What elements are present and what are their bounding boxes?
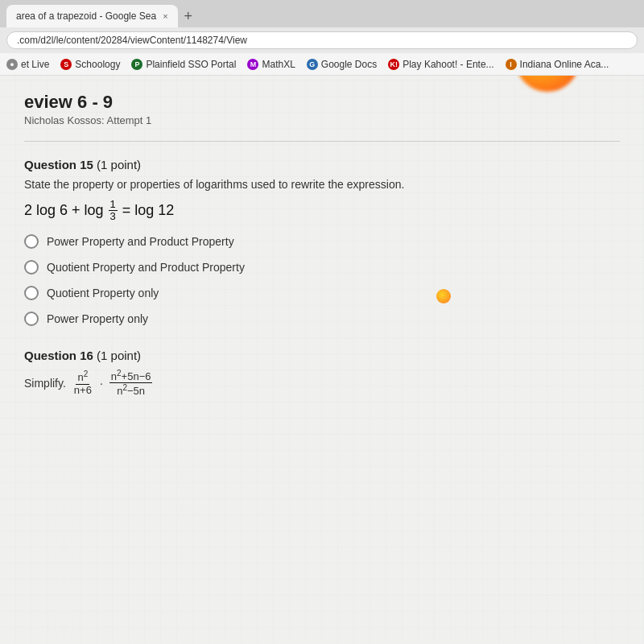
- content-inner: eview 6 - 9 Nicholas Kossos: Attempt 1 Q…: [0, 76, 644, 436]
- bookmark-mathxl[interactable]: M MathXL: [247, 59, 295, 70]
- address-bar[interactable]: .com/d2l/le/content/20284/viewContent/11…: [6, 31, 638, 49]
- math-expression-q15: 2 log 6 + log 1 3 = log 12: [24, 199, 620, 223]
- etlive-icon: ●: [6, 59, 18, 70]
- question-16-header: Question 16 (1 point): [24, 349, 620, 362]
- option-2-label: Quotient Property and Product Property: [47, 261, 245, 274]
- divider: [24, 141, 620, 142]
- q16-exp3: 2: [122, 383, 127, 392]
- bookmark-etlive-label: et Live: [21, 59, 49, 70]
- fraction-numerator: 1: [109, 199, 118, 211]
- option-2[interactable]: Quotient Property and Product Property: [24, 260, 620, 275]
- bookmark-schoology-label: Schoology: [75, 59, 120, 70]
- question-16-block: Question 16 (1 point) Simplify. n2 n+6 ·…: [24, 349, 620, 398]
- question-16-number: Question 16: [24, 349, 93, 362]
- q16-fraction2: n2+5n−6 n2−5n: [109, 369, 153, 398]
- option-1[interactable]: Power Property and Product Property: [24, 234, 620, 249]
- q16-math: Simplify. n2 n+6 · n2+5n−6 n2−5n: [24, 369, 620, 398]
- kahoot-icon: K!: [388, 59, 399, 70]
- address-text: .com/d2l/le/content/20284/viewContent/11…: [17, 35, 247, 46]
- question-15-text: State the property or properties of loga…: [24, 178, 620, 191]
- new-tab-button[interactable]: +: [184, 9, 193, 23]
- tab-close-button[interactable]: ×: [163, 11, 167, 21]
- option-1-label: Power Property and Product Property: [47, 235, 234, 248]
- tab-label: area of a trapezoid - Google Sea: [16, 10, 156, 22]
- page-content: eview 6 - 9 Nicholas Kossos: Attempt 1 Q…: [0, 76, 644, 643]
- q16-fraction1: n2 n+6: [72, 369, 93, 396]
- bookmark-kahoot-label: Play Kahoot! - Ente...: [402, 59, 493, 70]
- q16-f2-num: n2+5n−6: [109, 369, 153, 384]
- bookmark-indiana-label: Indiana Online Aca...: [520, 59, 609, 70]
- option-3-label: Quotient Property only: [47, 287, 159, 299]
- bookmark-googledocs[interactable]: G Google Docs: [307, 59, 377, 70]
- bookmark-mathxl-label: MathXL: [262, 59, 295, 70]
- math-part2: = log 12: [122, 202, 175, 219]
- radio-2[interactable]: [24, 260, 39, 275]
- q16-exp2: 2: [117, 369, 122, 378]
- schoology-icon: S: [60, 59, 72, 70]
- page-title: eview 6 - 9: [24, 92, 620, 113]
- option-4[interactable]: Power Property only: [24, 312, 620, 326]
- radio-3[interactable]: [24, 286, 39, 300]
- bookmark-kahoot[interactable]: K! Play Kahoot! - Ente...: [388, 59, 493, 70]
- bookmark-plainfield[interactable]: P Plainfield SSO Portal: [131, 59, 236, 70]
- tab-bar: area of a trapezoid - Google Sea × +: [0, 0, 644, 27]
- radio-4[interactable]: [24, 312, 39, 326]
- question-15-points: (1 point): [97, 158, 141, 171]
- plainfield-icon: P: [131, 59, 142, 70]
- option-4-label: Power Property only: [47, 312, 148, 325]
- q16-f2-den: n2−5n: [115, 383, 147, 398]
- option-3[interactable]: Quotient Property only: [24, 286, 620, 300]
- question-15-header: Question 15 (1 point): [24, 158, 620, 171]
- bookmark-schoology[interactable]: S Schoology: [60, 59, 120, 70]
- address-bar-row: .com/d2l/le/content/20284/viewContent/11…: [0, 27, 644, 53]
- bookmarks-bar: ● et Live S Schoology P Plainfield SSO P…: [0, 53, 644, 76]
- q16-exp1: 2: [84, 369, 89, 378]
- mathxl-icon: M: [247, 59, 258, 70]
- fraction-one-third: 1 3: [109, 199, 118, 223]
- math-part1: 2 log 6 + log: [24, 202, 104, 219]
- bookmark-googledocs-label: Google Docs: [321, 59, 377, 70]
- bookmark-etlive[interactable]: ● et Live: [6, 59, 49, 70]
- active-tab[interactable]: area of a trapezoid - Google Sea ×: [6, 5, 178, 27]
- fraction-denominator: 3: [109, 211, 118, 222]
- googledocs-icon: G: [307, 59, 318, 70]
- question-16-points: (1 point): [97, 349, 141, 362]
- page-subtitle: Nicholas Kossos: Attempt 1: [24, 114, 620, 126]
- question-15-number: Question 15: [24, 158, 93, 171]
- indiana-icon: I: [506, 59, 517, 70]
- q16-f1-den: n+6: [72, 385, 93, 396]
- q16-simplify-label: Simplify.: [24, 377, 66, 390]
- q16-dot: ·: [100, 377, 103, 390]
- bookmark-plainfield-label: Plainfield SSO Portal: [146, 59, 236, 70]
- q16-f1-num: n2: [76, 369, 89, 385]
- radio-1[interactable]: [24, 234, 39, 249]
- bookmark-indiana[interactable]: I Indiana Online Aca...: [506, 59, 609, 70]
- browser-chrome: area of a trapezoid - Google Sea × + .co…: [0, 0, 644, 76]
- question-15-block: Question 15 (1 point) State the property…: [24, 158, 620, 326]
